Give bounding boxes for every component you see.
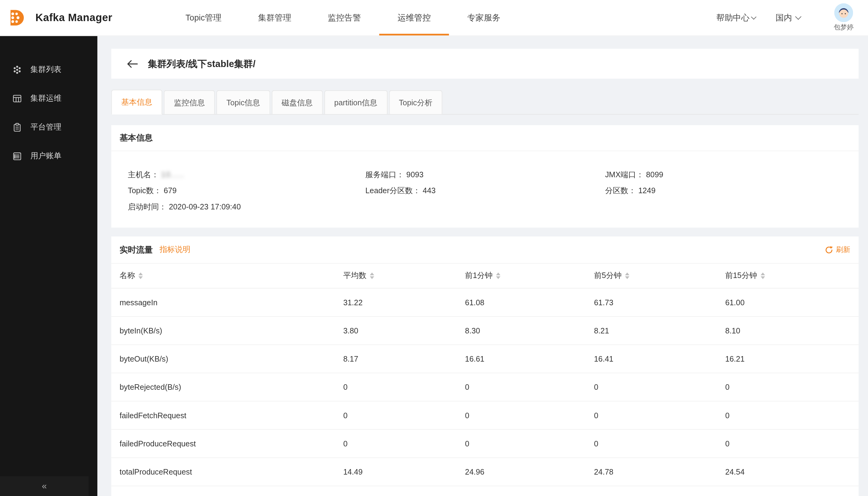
metric-doc-link[interactable]: 指标说明: [159, 245, 190, 255]
top-header: Kafka Manager Topic管理 集群管理 监控告警 运维管控 专家服…: [0, 0, 868, 36]
table-row: totalFetchRequest13308.80 21399.0521401.…: [111, 486, 859, 496]
table-row: totalProduceRequest14.49 24.9624.78 24.5…: [111, 458, 859, 486]
field-hostname: 主机名：10.....: [128, 167, 365, 183]
sort-icon: [370, 273, 374, 279]
sidebar-item-user-bill[interactable]: 用户账单: [0, 142, 97, 171]
user-name: 包梦婷: [834, 23, 854, 32]
sidebar-item-platform-admin[interactable]: 平台管理: [0, 113, 97, 142]
tab-basic-info[interactable]: 基本信息: [111, 90, 162, 114]
column-header-last-5min[interactable]: 前5分钟: [594, 271, 725, 281]
table-row: messageIn31.22 61.0861.73 61.00: [111, 289, 859, 316]
header-right: 帮助中心 国内 包梦婷: [716, 0, 868, 35]
sidebar-item-cluster-ops[interactable]: 集群运维: [0, 84, 97, 113]
tab-monitor-info[interactable]: 监控信息: [164, 90, 215, 114]
realtime-title: 实时流量: [120, 245, 153, 255]
collapse-icon: «: [42, 481, 47, 492]
platform-admin-icon: [12, 123, 22, 133]
nav-item-ops-control[interactable]: 运维管控: [398, 0, 431, 35]
logo-wrap: Kafka Manager: [0, 0, 112, 35]
sort-icon: [138, 273, 143, 279]
sort-icon: [496, 273, 500, 279]
field-topic-count: Topic数：679: [128, 183, 365, 199]
back-button[interactable]: [127, 59, 138, 68]
chevron-down-icon: [751, 14, 757, 19]
sort-icon: [760, 273, 764, 279]
column-header-last-1min[interactable]: 前1分钟: [465, 271, 594, 281]
sort-icon: [625, 273, 629, 279]
tab-disk-info[interactable]: 磁盘信息: [272, 90, 322, 114]
realtime-traffic-card: 实时流量 指标说明 刷新 名称 平均数: [111, 236, 859, 496]
main-content: 集群列表/线下stable集群/ 基本信息 监控信息 Topic信息 磁盘信息 …: [97, 35, 868, 496]
nav-item-monitor-alert[interactable]: 监控告警: [328, 0, 361, 35]
field-partition-count: 分区数：1249: [605, 183, 842, 199]
basic-info-fields: 主机名：10..... 服务端口：9093 JMX端口：8099 Topic数：…: [111, 151, 859, 228]
app-logo-icon: [5, 7, 27, 29]
sidebar-list: 集群列表 集群运维 平台管理: [0, 56, 97, 171]
field-jmx-port: JMX端口：8099: [605, 167, 842, 183]
refresh-button[interactable]: 刷新: [825, 245, 850, 255]
avatar: [834, 3, 853, 22]
basic-info-title: 基本信息: [111, 125, 859, 151]
table-row: failedFetchRequest0 00 0: [111, 401, 859, 430]
tab-bar: 基本信息 监控信息 Topic信息 磁盘信息 partition信息 Topic…: [111, 90, 859, 114]
field-service-port: 服务端口：9093: [365, 167, 605, 183]
table-row: byteOut(KB/s)8.17 16.6116.41 16.21: [111, 345, 859, 373]
table-header-row: 名称 平均数 前1分钟 前5分钟 前15分钟: [111, 264, 859, 289]
table-body: messageIn31.22 61.0861.73 61.00 byteIn(K…: [111, 289, 859, 496]
table-row: byteRejected(B/s)0 00 0: [111, 373, 859, 401]
tab-topic-analysis[interactable]: Topic分析: [389, 90, 443, 114]
column-header-name[interactable]: 名称: [120, 271, 343, 281]
sidebar: 集群列表 集群运维 平台管理: [0, 35, 97, 496]
sidebar-collapse-button[interactable]: «: [0, 476, 89, 496]
nav-item-topic-management[interactable]: Topic管理: [186, 0, 222, 35]
column-header-average[interactable]: 平均数: [343, 271, 465, 281]
field-start-time: 启动时间：2020-09-23 17:09:40: [128, 199, 365, 215]
table-row: failedProduceRequest0 00 0: [111, 430, 859, 458]
tab-partition-info[interactable]: partition信息: [324, 90, 387, 114]
user-menu[interactable]: 包梦婷: [834, 3, 854, 32]
nav-item-cluster-management[interactable]: 集群管理: [258, 0, 291, 35]
breadcrumb-card: 集群列表/线下stable集群/: [111, 49, 859, 79]
cluster-ops-icon: [12, 94, 22, 104]
realtime-header: 实时流量 指标说明 刷新: [111, 236, 859, 264]
page-title: 集群列表/线下stable集群/: [148, 57, 255, 70]
refresh-icon: [825, 246, 833, 254]
app-title: Kafka Manager: [35, 12, 113, 24]
top-nav: Topic管理 集群管理 监控告警 运维管控 专家服务: [186, 0, 501, 35]
chevron-down-icon: [795, 14, 801, 20]
user-bill-icon: [12, 151, 22, 161]
column-header-last-15min[interactable]: 前15分钟: [725, 271, 858, 281]
basic-info-card: 基本信息 主机名：10..... 服务端口：9093 JMX端口：8099 To…: [111, 125, 859, 228]
back-arrow-icon: [127, 59, 138, 68]
nav-item-expert-service[interactable]: 专家服务: [467, 0, 501, 35]
region-select[interactable]: 国内: [776, 13, 800, 23]
sidebar-item-cluster-list[interactable]: 集群列表: [0, 56, 97, 84]
table-row: byteIn(KB/s)3.80 8.308.21 8.10: [111, 317, 859, 345]
cluster-list-icon: [12, 65, 22, 75]
help-center-menu[interactable]: 帮助中心: [716, 13, 755, 23]
tab-topic-info[interactable]: Topic信息: [216, 90, 270, 114]
field-leader-partition-count: Leader分区数：443: [365, 183, 605, 199]
